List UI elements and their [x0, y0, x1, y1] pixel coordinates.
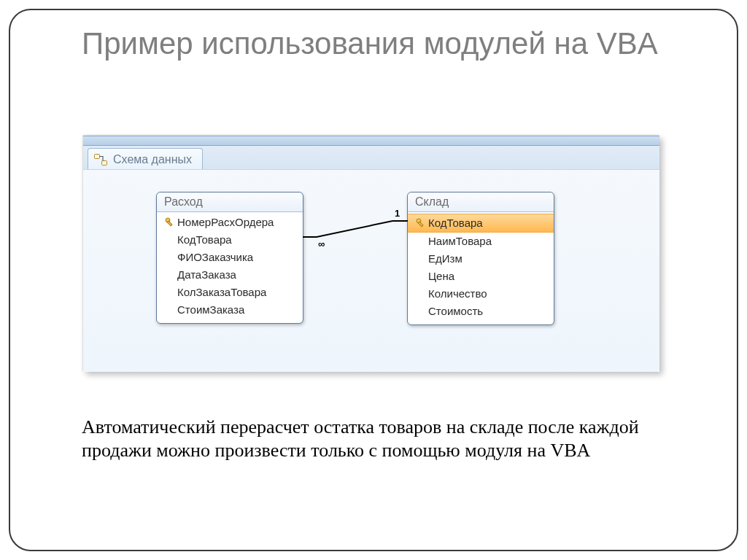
svg-rect-1: [102, 161, 107, 166]
primary-key-icon: [163, 217, 177, 228]
field-name: Стоимость: [428, 304, 483, 319]
tab-label: Схема данных: [113, 153, 192, 166]
svg-rect-3: [167, 221, 172, 226]
field-row[interactable]: Стоимость: [408, 303, 554, 320]
slide-body-text: Автоматический перерасчет остатка товаро…: [82, 416, 680, 462]
field-row[interactable]: Количество: [408, 285, 554, 303]
field-row[interactable]: НомерРасхОрдера: [157, 214, 303, 231]
field-row[interactable]: Цена: [408, 268, 554, 285]
field-row[interactable]: СтоимЗаказа: [157, 301, 303, 319]
field-name: СтоимЗаказа: [177, 303, 244, 317]
field-name: КодТовара: [177, 233, 232, 247]
field-row[interactable]: НаимТовара: [408, 233, 554, 250]
cardinality-one: 1: [395, 208, 400, 219]
field-name: НаимТовара: [428, 234, 492, 249]
field-row[interactable]: ЕдИзм: [408, 250, 554, 268]
field-name: ЕдИзм: [428, 252, 462, 266]
ribbon-strip: [83, 136, 659, 146]
field-name: КодТовара: [428, 216, 483, 230]
svg-rect-0: [95, 155, 100, 159]
access-relationships-window: Схема данных Расход: [83, 136, 659, 372]
svg-rect-5: [418, 222, 423, 227]
tab-schema[interactable]: Схема данных: [88, 148, 203, 171]
table-title: Расход: [157, 192, 303, 212]
screenshot-container: Схема данных Расход: [83, 136, 659, 372]
field-name: ДатаЗаказа: [177, 268, 236, 282]
relationships-canvas[interactable]: Расход НомерРасхОр: [83, 169, 659, 372]
slide-frame: Пример использования модулей на VBA Схем…: [9, 9, 738, 551]
field-name: НомерРасхОрдера: [177, 215, 274, 230]
slide-title: Пример использования модулей на VBA: [82, 26, 687, 61]
field-name: ФИОЗаказчика: [177, 250, 253, 265]
relationships-icon: [94, 154, 107, 166]
table-sklad[interactable]: Склад КодТовара: [407, 192, 554, 325]
field-row[interactable]: КолЗаказаТовара: [157, 284, 303, 301]
table-raskhod[interactable]: Расход НомерРасхОр: [156, 192, 303, 324]
field-row[interactable]: КодТовара: [157, 231, 303, 249]
document-tabbar: Схема данных: [83, 146, 659, 171]
field-row[interactable]: КодТовара: [408, 214, 554, 233]
field-name: Количество: [428, 287, 487, 301]
field-row[interactable]: ФИОЗаказчика: [157, 249, 303, 266]
table-body: НомерРасхОрдера КодТовара ФИОЗаказчика Д…: [157, 212, 303, 323]
primary-key-icon: [414, 218, 428, 228]
field-name: Цена: [428, 269, 454, 284]
field-name: КолЗаказаТовара: [177, 285, 266, 300]
table-title: Склад: [408, 192, 554, 212]
field-row[interactable]: ДатаЗаказа: [157, 266, 303, 284]
cardinality-many: ∞: [318, 238, 325, 249]
table-body: КодТовара НаимТовара ЕдИзм Цена Количест…: [408, 212, 554, 324]
